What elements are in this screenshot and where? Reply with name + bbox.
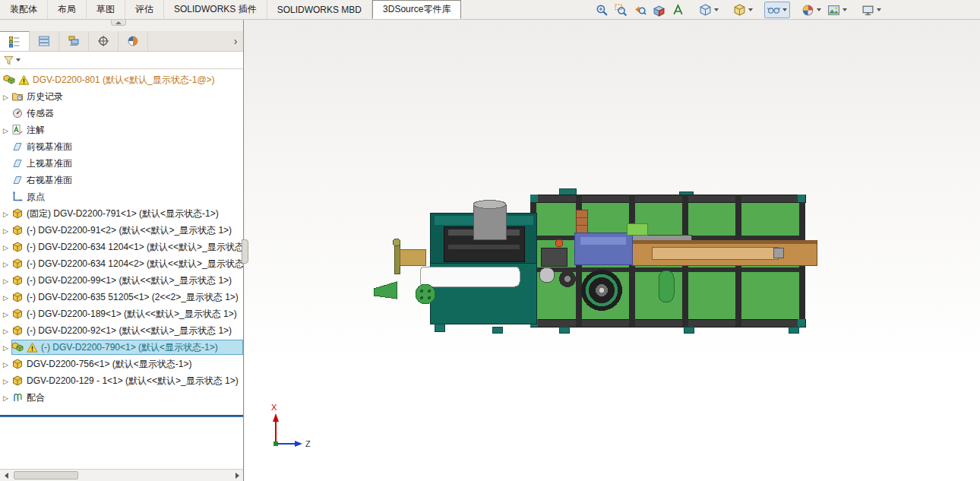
expand-arrow[interactable] [0, 258, 11, 269]
configurationmanager-tab[interactable] [59, 31, 89, 51]
tree-item[interactable]: 原点 [0, 188, 243, 205]
dropdown-caret[interactable] [877, 8, 881, 11]
dropdown-caret[interactable] [842, 8, 847, 11]
ribbon-tab[interactable]: SOLIDWORKS MBD [267, 0, 372, 19]
tree-item[interactable]: (-) DGV-D2200-91<2> (默认<<默认>_显示状态 1>) [0, 222, 243, 239]
tree-filter-row[interactable] [0, 52, 243, 69]
expand-arrow[interactable] [0, 325, 11, 336]
apply-scene-button[interactable] [824, 2, 850, 18]
ribbon-tab[interactable]: 装配体 [0, 0, 48, 19]
tree-item[interactable]: (-) DGV-D2200-189<1> (默认<<默认>_显示状态 1>) [0, 305, 243, 322]
tree-item[interactable]: 注解 [0, 122, 243, 138]
tree-item[interactable]: 配合 [0, 389, 243, 406]
expand-arrow[interactable] [0, 242, 11, 252]
ribbon-tab[interactable]: 3DSource零件库 [372, 0, 461, 19]
scroll-thumb[interactable] [14, 471, 78, 479]
ribbon-tab[interactable]: 布局 [48, 0, 87, 19]
tree-item-label: DGV-D2200-756<1> (默认<显示状态-1>) [27, 358, 191, 371]
expand-arrow[interactable] [0, 275, 11, 286]
ribbon-tab[interactable]: 草图 [87, 0, 125, 19]
ribbon-collapse-handle[interactable] [111, 20, 126, 26]
display-style-icon [733, 4, 746, 17]
tree-item[interactable]: 上视基准面 [0, 155, 243, 172]
section-view-button[interactable] [650, 2, 669, 18]
tree-item-label: 右视基准面 [27, 174, 72, 187]
expand-arrow[interactable] [0, 225, 11, 236]
graphics-canvas[interactable]: X Z [245, 20, 980, 481]
tree-item-label: (-) DGV-D2200-189<1> (默认<<默认>_显示状态 1>) [27, 308, 237, 321]
expand-arrow[interactable] [0, 392, 11, 403]
expand-arrow[interactable] [0, 292, 11, 302]
tree-item[interactable]: (-) DGV-D2200-634 1204<2> (默认<<默认>_显示状态 … [0, 255, 243, 272]
dimxpertmanager-tab[interactable] [89, 31, 119, 51]
assembly-icon [3, 74, 16, 86]
tree-item[interactable]: (-) DGV-D2200-635 51205<1> (2<<2>_显示状态 1… [0, 289, 243, 305]
dropdown-caret[interactable] [748, 8, 753, 11]
tree-item[interactable]: (-) DGV-D2200-92<1> (默认<<默认>_显示状态 1>) [0, 322, 243, 339]
cylinder-part[interactable] [473, 204, 506, 239]
filter-funnel-icon[interactable] [3, 55, 14, 66]
tree-item[interactable]: DGV-D2200-801 (默认<默认_显示状态-1@>) [0, 71, 243, 88]
ribbon-tab[interactable]: 评估 [125, 0, 164, 19]
slide-bar-part[interactable] [420, 267, 520, 286]
edit-appearance-button[interactable] [798, 2, 824, 18]
expand-arrow[interactable] [0, 91, 11, 102]
expand-arrow[interactable] [0, 375, 11, 386]
green-disc-part[interactable] [416, 284, 435, 304]
zoom-fit-button[interactable] [593, 2, 612, 18]
triad-x-label: X [271, 403, 277, 412]
flywheel-part[interactable] [581, 270, 622, 311]
expand-arrow[interactable] [0, 342, 11, 353]
scroll-right-arrow[interactable] [231, 470, 243, 481]
rollback-bar[interactable] [0, 415, 243, 417]
warning-icon [18, 74, 30, 86]
tree-item-label: (-) DGV-D2200-99<1> (默认<<默认>_显示状态 1>) [27, 274, 232, 287]
previous-view-button[interactable] [631, 2, 650, 18]
expand-arrow[interactable] [0, 359, 11, 369]
featuremanager-tab[interactable] [0, 31, 30, 51]
zoom-area-button[interactable] [612, 2, 631, 18]
tree-item[interactable]: DGV-D2200-756<1> (默认<显示状态-1>) [0, 356, 243, 372]
display-style-button[interactable] [730, 2, 756, 18]
annotation-icon [672, 4, 684, 17]
machine-model[interactable] [374, 188, 817, 333]
tree-item[interactable]: (-) DGV-D2200-634 1204<1> (默认<<默认>_显示状态 … [0, 239, 243, 255]
propertymanager-tab[interactable] [30, 31, 59, 51]
tree-item[interactable]: 前视基准面 [0, 138, 243, 155]
tree-item-label: (-) DGV-D2200-634 1204<2> (默认<<默认>_显示状态 … [27, 258, 243, 271]
conveyor-beam[interactable] [631, 240, 817, 265]
tree-item[interactable]: 传感器 [0, 105, 243, 122]
displaymanager-tab[interactable] [119, 31, 148, 51]
filter-dropdown-caret[interactable] [16, 59, 21, 62]
scroll-left-arrow[interactable] [0, 470, 12, 481]
tree-item[interactable]: (-) DGV-D2200-99<1> (默认<<默认>_显示状态 1>) [0, 272, 243, 289]
expand-arrow[interactable] [0, 208, 11, 219]
scroll-track[interactable] [12, 470, 231, 481]
panel-expand-arrow[interactable]: › [228, 31, 243, 51]
expand-arrow[interactable] [0, 125, 11, 135]
tree-item[interactable]: DGV-D2200-129 - 1<1> (默认<<默认>_显示状态 1>) [0, 372, 243, 389]
tree-item-label: (-) DGV-D2200-790<1> (默认<显示状态-1>) [41, 341, 218, 354]
cube-icon [699, 4, 712, 17]
tree-item[interactable]: (固定) DGV-D2200-791<1> (默认<显示状态-1>) [0, 205, 243, 222]
panel-horizontal-scrollbar[interactable] [0, 469, 243, 481]
view-settings-button[interactable] [858, 2, 884, 18]
tree-item[interactable]: 历史记录 [0, 88, 243, 105]
origin-icon [11, 191, 24, 203]
tree-item[interactable]: 右视基准面 [0, 172, 243, 188]
hide-show-items-button[interactable] [764, 2, 790, 18]
annotations-icon [11, 124, 24, 136]
ribbon-tab[interactable]: SOLIDWORKS 插件 [164, 0, 267, 19]
dropdown-caret[interactable] [714, 8, 719, 11]
tree-item-label: (-) DGV-D2200-92<1> (默认<<默认>_显示状态 1>) [27, 324, 232, 337]
dropdown-caret[interactable] [817, 8, 821, 11]
dropdown-caret[interactable] [782, 8, 787, 11]
ribbon-tabs: 装配体布局草图评估SOLIDWORKS 插件SOLIDWORKS MBD3DSo… [0, 0, 461, 19]
graphics-area[interactable]: X Z [245, 20, 980, 481]
eye-icon [767, 4, 780, 17]
view-orientation-button[interactable] [696, 2, 722, 18]
dynamic-annotation-button[interactable] [669, 2, 688, 18]
tree-item[interactable]: (-) DGV-D2200-790<1> (默认<显示状态-1>) [0, 339, 243, 356]
expand-arrow[interactable] [0, 309, 11, 319]
panel-splitter-handle[interactable] [242, 239, 248, 264]
